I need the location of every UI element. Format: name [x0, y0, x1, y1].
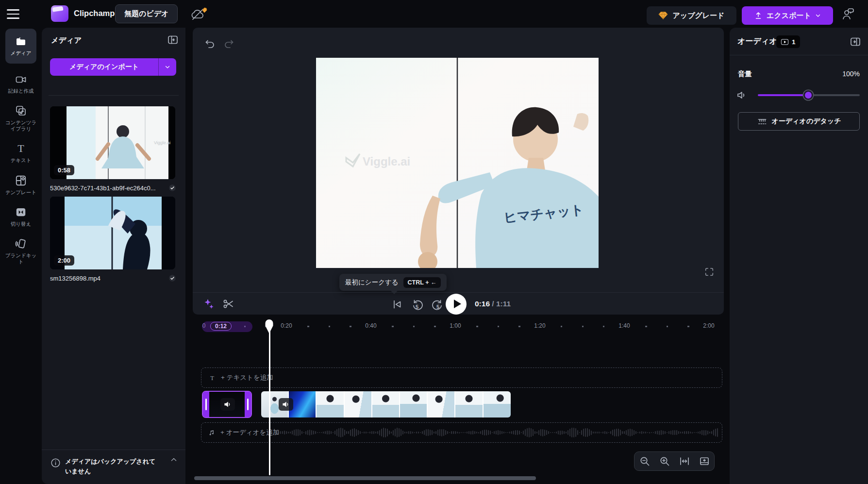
undo-icon[interactable]: [203, 37, 216, 50]
media-item-thumbnail[interactable]: 2:00: [50, 197, 175, 269]
seek-to-start-icon[interactable]: [391, 298, 403, 311]
audio-track[interactable]: + オーディオを追加: [201, 422, 722, 443]
clip-audio-icon: [279, 398, 293, 411]
ruler-label: 1:20: [531, 322, 548, 329]
export-button[interactable]: エクスポート: [742, 6, 833, 25]
upgrade-button[interactable]: アップグレード: [647, 6, 736, 25]
sidebar-item-content-library[interactable]: コンテンツライブラリ: [2, 104, 40, 132]
selected-clip-range: 0:12: [202, 321, 252, 332]
upgrade-label: アップグレード: [672, 11, 724, 20]
cloud-backup-off-icon[interactable]: [190, 6, 209, 22]
clipchamp-logo: [51, 5, 68, 22]
account-icon[interactable]: [841, 7, 855, 21]
diamond-icon: [658, 11, 668, 20]
media-item-filename: sm13256898.mp4: [50, 275, 100, 282]
sidebar-item-record-create[interactable]: 記録と作成: [2, 74, 40, 94]
playhead-handle[interactable]: [265, 319, 274, 334]
video-preview[interactable]: Viggle.ai ヒマチャット: [316, 58, 599, 268]
forward-5-icon[interactable]: 5: [431, 298, 444, 312]
volume-slider-row: [736, 90, 860, 100]
add-text-label: + テキストを追加: [221, 373, 273, 382]
sidebar-item-transitions[interactable]: 切り替え: [2, 206, 40, 227]
ruler-label: 1:00: [447, 322, 464, 329]
media-panel: メディア メディアのインポート Viggl: [42, 28, 185, 484]
ai-sparkle-icon[interactable]: [202, 297, 216, 311]
tooltip-caret: [391, 287, 398, 294]
clip-count-badge: 1: [776, 35, 800, 48]
backup-notice-text: メディアはバックアップされていません: [65, 457, 160, 476]
timeline-clip-selected[interactable]: [202, 391, 252, 418]
import-media-label: メディアのインポート: [50, 58, 158, 76]
sidebar-item-label: 記録と作成: [3, 88, 38, 94]
sidebar-item-media[interactable]: メディア: [5, 29, 36, 64]
brand-name: Clipchamp: [74, 9, 115, 18]
top-bar: Clipchamp 無題のビデオ アップグレード エクスポート: [0, 0, 868, 28]
media-item-thumbnail[interactable]: Viggle.ai 0:58: [50, 106, 175, 179]
sidebar-item-text[interactable]: T テキスト: [2, 142, 40, 164]
divider: [193, 292, 724, 293]
trim-handle-left[interactable]: [203, 392, 209, 417]
rewind-5-icon[interactable]: 5: [411, 298, 424, 312]
tooltip-label: 最初にシークする: [345, 278, 399, 287]
audio-panel-header: オーディオ 1: [730, 28, 868, 55]
content-library-icon: [15, 104, 27, 117]
clip-count: 1: [792, 38, 796, 46]
clip-audio-icon: [220, 398, 235, 411]
fullscreen-icon[interactable]: [704, 267, 715, 277]
sidebar-item-label: ブランドキット: [3, 252, 38, 265]
svg-text:T: T: [17, 142, 24, 154]
check-circle-icon: [168, 184, 176, 192]
folder-icon: [15, 36, 27, 48]
volume-slider-thumb[interactable]: [803, 90, 813, 100]
sidebar-item-templates[interactable]: テンプレート: [2, 174, 40, 196]
zoom-in-icon[interactable]: [655, 452, 674, 470]
detach-audio-button[interactable]: オーディオのデタッチ: [738, 112, 860, 131]
hamburger-menu-icon[interactable]: [7, 6, 22, 22]
volume-value: 100%: [842, 70, 860, 78]
seek-start-tooltip: 最初にシークする CTRL + ←: [339, 274, 447, 291]
ruler-label: 0:20: [278, 322, 295, 329]
media-item-row: sm13256898.mp4: [50, 274, 176, 282]
transitions-icon: [15, 206, 27, 218]
import-options-dropdown[interactable]: [158, 58, 176, 76]
svg-text:T: T: [210, 375, 214, 382]
horizontal-scrollbar[interactable]: [194, 476, 536, 480]
add-audio-label: + オーディオを追加: [220, 428, 279, 437]
play-button[interactable]: [446, 294, 467, 315]
brand-kit-icon: [15, 237, 27, 250]
zoom-out-icon[interactable]: [635, 452, 654, 470]
redo-icon[interactable]: [223, 37, 235, 50]
detach-audio-icon: [757, 117, 768, 126]
trim-handle-right[interactable]: [245, 392, 251, 417]
info-icon: [50, 458, 61, 468]
media-item-filename: 530e9632-7c71-43b1-ab9f-ec264c0...: [50, 184, 156, 192]
playhead-line[interactable]: [269, 321, 270, 475]
project-title-input[interactable]: 無題のビデオ: [115, 4, 178, 23]
timeline-clip[interactable]: [261, 391, 511, 417]
current-time: 0:16: [475, 300, 490, 308]
sidebar-item-label: コンテンツライブラリ: [3, 119, 38, 132]
chevron-up-icon[interactable]: [170, 456, 178, 464]
import-media-button[interactable]: メディアのインポート: [50, 58, 176, 76]
sidebar-item-brand-kit[interactable]: ブランドキット: [2, 237, 40, 265]
tooltip-shortcut: CTRL + ←: [403, 277, 441, 288]
svg-text:5: 5: [436, 304, 439, 310]
fit-to-screen-icon[interactable]: [675, 452, 694, 470]
media-item-row: 530e9632-7c71-43b1-ab9f-ec264c0...: [50, 184, 176, 192]
volume-label: 音量: [738, 69, 752, 79]
check-circle-icon: [168, 274, 176, 282]
volume-slider[interactable]: [758, 94, 860, 96]
export-label: エクスポート: [767, 11, 811, 20]
split-scissors-icon[interactable]: [222, 297, 235, 311]
clipchamp-app: Clipchamp 無題のビデオ アップグレード エクスポート: [0, 0, 868, 484]
media-panel-title: メディア: [51, 35, 82, 46]
audio-properties-panel: オーディオ 1 音量 100%: [730, 28, 868, 484]
text-track[interactable]: T + テキストを追加: [201, 367, 722, 388]
snap-icon[interactable]: [695, 452, 714, 470]
left-sidebar: メディア 記録と作成 コンテンツライブラリ T テキスト: [0, 28, 42, 484]
collapse-right-panel-icon[interactable]: [850, 36, 861, 48]
speaker-icon: [736, 90, 748, 100]
divider: [49, 95, 179, 96]
sidebar-item-label: テキスト: [3, 157, 38, 164]
collapse-media-panel-icon[interactable]: [167, 34, 179, 46]
